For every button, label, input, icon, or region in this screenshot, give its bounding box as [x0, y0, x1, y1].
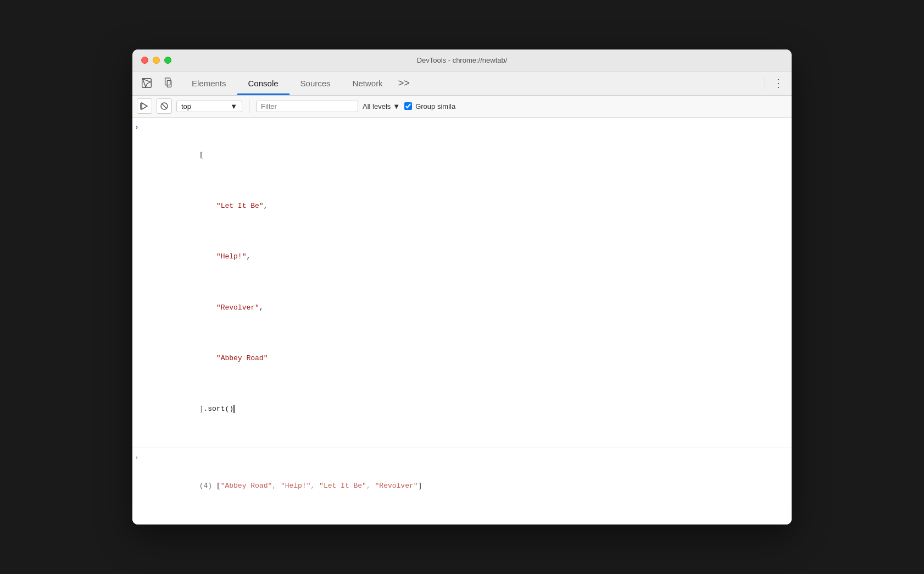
result-line: (4) ["Abbey Road", "Help!", "Let It Be",… — [148, 469, 787, 503]
console-input-entry: › [ "Let It Be", "Help!", "Revolver", — [132, 118, 792, 448]
result-string-2: "Help!" — [281, 482, 311, 490]
result-string-1: "Abbey Road" — [221, 482, 272, 490]
svg-marker-3 — [142, 103, 147, 109]
code-line-2: "Let It Be", — [148, 189, 787, 223]
title-bar: DevTools - chrome://newtab/ — [132, 49, 792, 71]
window-title: DevTools - chrome://newtab/ — [417, 56, 508, 64]
inspect-icon-button[interactable] — [137, 73, 157, 93]
tab-console[interactable]: Console — [237, 71, 290, 95]
group-similar-checkbox[interactable] — [404, 102, 412, 110]
tab-elements[interactable]: Elements — [181, 71, 237, 95]
console-toolbar: top ▼ All levels ▼ Group simila — [132, 96, 792, 118]
tabs-container: Elements Console Sources Network >> — [181, 71, 760, 95]
tab-network[interactable]: Network — [342, 71, 394, 95]
code-line-6: ].sort() — [148, 393, 787, 427]
filter-input[interactable] — [256, 101, 358, 112]
run-icon — [140, 102, 149, 111]
console-output: › [ "Let It Be", "Help!", "Revolver", — [132, 118, 792, 525]
console-input-code: [ "Let It Be", "Help!", "Revolver", "Abb… — [143, 120, 792, 445]
devtools-content: Elements Console Sources Network >> ⋮ — [132, 71, 792, 525]
input-arrow[interactable]: › — [132, 120, 143, 133]
result-sep-2: , — [311, 482, 320, 490]
svg-rect-0 — [142, 79, 152, 88]
traffic-lights — [141, 57, 171, 64]
toolbar-separator — [249, 100, 249, 113]
cursor — [233, 405, 235, 413]
string-3: "Revolver" — [199, 303, 259, 312]
clear-button[interactable] — [157, 98, 172, 114]
code-line-5: "Abbey Road" — [148, 341, 787, 376]
group-similar-area: Group simila — [404, 102, 455, 111]
console-result: (4) ["Abbey Road", "Help!", "Let It Be",… — [143, 450, 792, 522]
result-count: (4) — [199, 482, 216, 490]
run-button[interactable] — [137, 98, 152, 114]
result-sep-1: , — [272, 482, 281, 490]
tab-sources[interactable]: Sources — [290, 71, 342, 95]
string-2: "Help!" — [199, 252, 247, 261]
code-line-3: "Help!", — [148, 240, 787, 274]
svg-line-6 — [162, 104, 166, 108]
devtools-window: DevTools - chrome://newtab/ — [132, 49, 792, 525]
tab-divider — [765, 76, 765, 90]
close-button[interactable] — [141, 57, 148, 64]
comma-2: , — [246, 252, 251, 261]
result-string-4: "Revolver" — [375, 482, 418, 490]
tab-bar: Elements Console Sources Network >> ⋮ — [132, 71, 792, 96]
sort-call: ].sort() — [199, 405, 233, 413]
context-selector[interactable]: top ▼ — [176, 101, 242, 112]
bracket-open: [ — [199, 151, 204, 159]
group-similar-label: Group simila — [415, 102, 455, 111]
comma-3: , — [259, 303, 264, 312]
levels-selector[interactable]: All levels ▼ — [363, 102, 400, 111]
levels-label: All levels — [363, 102, 391, 111]
console-output-entry: ‹ (4) ["Abbey Road", "Help!", "Let It Be… — [132, 448, 792, 525]
result-string-3: "Let It Be" — [319, 482, 366, 490]
maximize-button[interactable] — [164, 57, 171, 64]
inspect-icon — [141, 77, 153, 89]
string-1: "Let It Be" — [199, 202, 264, 210]
result-bracket-open: [ — [216, 482, 221, 490]
levels-arrow: ▼ — [393, 102, 400, 111]
string-4: "Abbey Road" — [199, 354, 268, 362]
svg-rect-1 — [165, 78, 170, 85]
devtools-menu-button[interactable]: ⋮ — [770, 74, 787, 92]
code-line-1: [ — [148, 139, 787, 173]
result-bracket-close: ] — [418, 482, 422, 490]
output-arrow[interactable]: ‹ — [132, 450, 143, 463]
context-selector-arrow: ▼ — [230, 102, 237, 111]
svg-rect-2 — [167, 81, 171, 87]
result-sep-3: , — [366, 482, 375, 490]
device-toggle-icon — [163, 77, 175, 89]
comma-1: , — [264, 202, 268, 210]
context-selector-value: top — [181, 102, 228, 111]
more-tabs-button[interactable]: >> — [394, 71, 414, 95]
clear-icon — [160, 102, 169, 111]
minimize-button[interactable] — [153, 57, 160, 64]
device-toggle-button[interactable] — [159, 73, 179, 93]
code-line-4: "Revolver", — [148, 291, 787, 325]
